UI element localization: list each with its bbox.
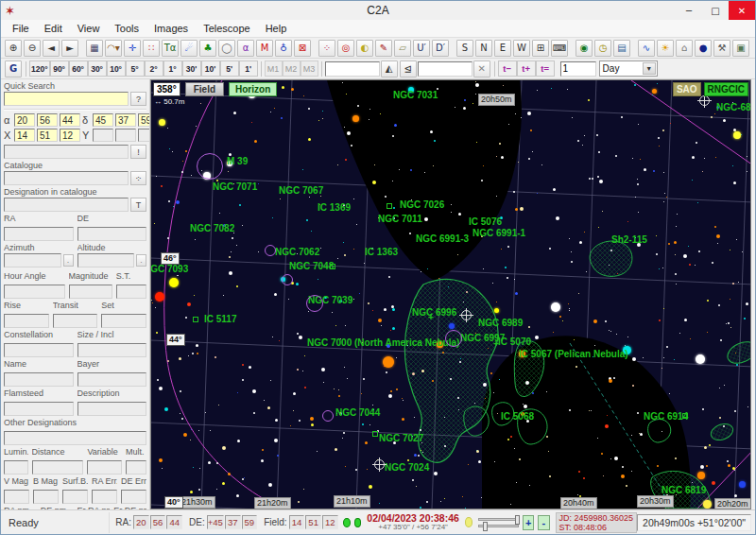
horizon-toggle-button[interactable]: ◠▾ (105, 40, 122, 57)
flip-vertical-button[interactable]: ⊴ (400, 60, 417, 78)
cluster-circle-icon[interactable] (445, 330, 462, 347)
menu-tools[interactable]: Tools (107, 21, 146, 36)
azimuth-more-button[interactable]: . (63, 254, 74, 267)
hour-angle-field[interactable] (4, 285, 65, 299)
dso-label[interactable]: NGC 7093 (151, 264, 188, 274)
cluster-circle-icon[interactable] (306, 295, 323, 312)
fov-button-120°[interactable]: 120° (29, 60, 50, 77)
sidereal-time-field[interactable] (116, 285, 146, 299)
bright-star[interactable] (697, 472, 705, 479)
rise-field[interactable] (4, 314, 49, 328)
bright-star[interactable] (155, 292, 164, 302)
menu-help[interactable]: Help (258, 21, 295, 36)
fov-button-5°[interactable]: 5° (126, 60, 145, 77)
dec-s-field[interactable] (138, 113, 150, 127)
time-minus-button[interactable]: - (538, 515, 549, 530)
bright-star[interactable] (383, 356, 394, 368)
back-button[interactable]: ◄ (43, 40, 60, 57)
ra-s-field[interactable] (60, 113, 80, 127)
altitude-more-button[interactable]: . (136, 254, 146, 267)
dso-label[interactable]: IC 5076 (469, 216, 502, 227)
time-unit-select[interactable]: Day ▼ (599, 60, 658, 77)
quick-search-input[interactable] (4, 92, 129, 106)
lumin-field[interactable] (4, 460, 28, 475)
horizon-mode-button[interactable]: Horizon (229, 82, 277, 96)
dso-label[interactable]: NGC 7031 (393, 90, 438, 100)
fov-button-30'[interactable]: 30' (182, 60, 201, 77)
bright-star[interactable] (352, 115, 359, 122)
zoom-in-button[interactable]: ⊕ (5, 40, 22, 57)
bright-star[interactable] (159, 119, 165, 126)
fov-button-2°[interactable]: 2° (145, 60, 163, 77)
camera-button[interactable]: ▣ (732, 40, 749, 57)
de-err-field[interactable] (121, 490, 146, 504)
de-field[interactable] (77, 227, 147, 241)
marker-button-m1[interactable]: M1 (265, 60, 283, 77)
bright-star[interactable] (696, 354, 705, 364)
altitude-field[interactable] (77, 253, 135, 268)
fov-button-10'[interactable]: 10' (201, 60, 220, 77)
v-mag-field[interactable] (4, 490, 29, 504)
west-button[interactable]: W (513, 40, 530, 57)
time-slider-1[interactable] (478, 518, 519, 521)
magnitude-field[interactable] (69, 285, 112, 299)
rngcic-catalog-badge[interactable]: RNGCIC (704, 82, 748, 96)
sao-catalog-badge[interactable]: SAO (673, 82, 701, 96)
designation-tool-button[interactable]: T (130, 198, 146, 212)
comet-button[interactable]: ☄ (180, 40, 198, 57)
object-square-icon[interactable] (193, 317, 198, 322)
fov-button-10°[interactable]: 10° (107, 60, 126, 77)
clear-button[interactable]: ✕ (473, 60, 490, 78)
time-button-0[interactable]: t− (498, 60, 517, 77)
scatter-points-button[interactable]: ⁘ (318, 40, 335, 57)
menu-images[interactable]: Images (146, 21, 196, 36)
dso-label[interactable]: NGC 7067 (279, 185, 323, 196)
globe-button[interactable]: ◉ (576, 40, 593, 57)
transit-field[interactable] (53, 314, 98, 328)
object-search-input[interactable] (325, 61, 380, 77)
grid-toggle-button[interactable]: ▦ (86, 40, 103, 57)
fov-button-1°[interactable]: 1° (163, 60, 182, 77)
dso-label[interactable]: Sh2-115 (611, 234, 647, 245)
sky-map[interactable]: NGC 7031NGC-681M 39NGC 7071NGC 7067NGC 7… (151, 80, 750, 509)
bright-star[interactable] (652, 89, 657, 94)
marker-button-m3[interactable]: M3 (301, 60, 318, 77)
designation-field[interactable] (4, 198, 129, 212)
dso-label[interactable]: NGC 7027 (379, 433, 423, 443)
keyboard-button[interactable]: ⌨ (551, 40, 568, 57)
size-incl-field[interactable] (77, 343, 147, 357)
dso-label[interactable]: NGC 7044 (335, 407, 380, 418)
object-square-icon[interactable] (372, 431, 378, 437)
menu-telescope[interactable]: Telescope (196, 21, 258, 36)
u-prime-button[interactable]: U′ (413, 40, 430, 57)
object-square-icon[interactable] (387, 203, 392, 209)
object-name-input[interactable] (418, 61, 472, 77)
ra-err-field[interactable] (92, 490, 117, 504)
y2-field[interactable] (115, 129, 136, 142)
dec-m-field[interactable] (115, 113, 136, 127)
fov-button-90°[interactable]: 90° (50, 60, 69, 77)
earth-globe-button[interactable]: ♁ (275, 40, 292, 57)
cluster-circle-icon[interactable] (322, 410, 334, 422)
dso-label[interactable]: IC 5070 (498, 337, 531, 347)
dso-label[interactable]: IC 1363 (365, 247, 398, 257)
menu-view[interactable]: View (70, 21, 108, 36)
menu-file[interactable]: File (5, 21, 37, 36)
zoom-out-button[interactable]: ⊖ (24, 40, 41, 57)
center-view-button[interactable]: ✛ (124, 40, 141, 57)
south-button[interactable]: S (456, 40, 473, 57)
cluster-circle-icon[interactable] (197, 153, 223, 180)
name-field[interactable] (4, 372, 74, 387)
dso-label[interactable]: NGC 7082 (190, 223, 234, 233)
y1-field[interactable] (93, 129, 113, 142)
dso-label[interactable]: IC 5068 (501, 411, 534, 422)
bright-star[interactable] (551, 302, 560, 312)
marker-button-m2[interactable]: M2 (283, 60, 301, 77)
x2-field[interactable] (37, 129, 58, 142)
fullscreen-button[interactable]: ⊞ (532, 40, 549, 57)
constellation-field[interactable] (4, 343, 74, 357)
mult-field[interactable] (126, 460, 146, 475)
fov-button-30°[interactable]: 30° (88, 60, 107, 77)
dso-label[interactable]: NGC 7026 (400, 199, 444, 210)
dso-label[interactable]: NGC 7011 (378, 214, 422, 224)
